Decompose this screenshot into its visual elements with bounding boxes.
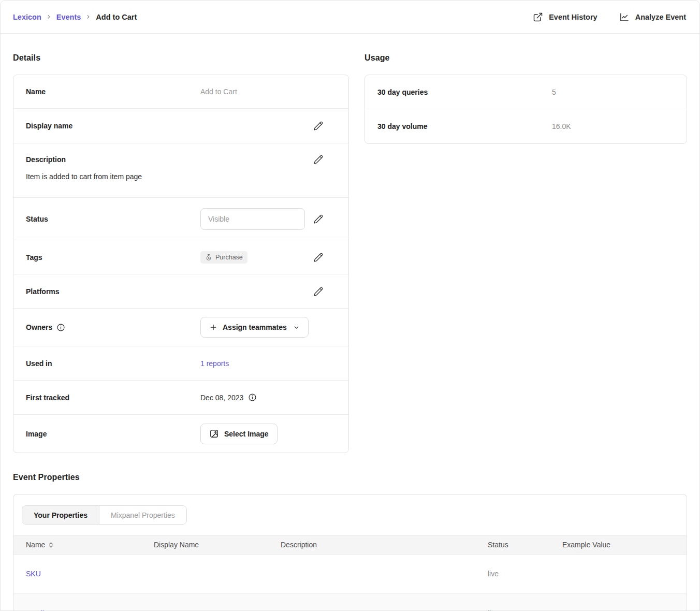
event-properties-section: Event Properties Your Properties Mixpane…	[13, 473, 687, 611]
edit-display-name-button[interactable]	[312, 120, 325, 132]
select-image-button[interactable]: Select Image	[200, 424, 278, 444]
name-label: Name	[26, 88, 200, 96]
property-status: live	[488, 609, 562, 611]
sort-icon	[49, 542, 53, 548]
edit-tags-button[interactable]	[312, 251, 325, 264]
property-row-sku[interactable]: SKU live	[13, 555, 687, 593]
property-status: live	[488, 570, 562, 578]
queries-label: 30 day queries	[377, 88, 552, 96]
queries-value: 5	[552, 88, 556, 96]
event-properties-card: Your Properties Mixpanel Properties Name…	[13, 494, 687, 611]
top-bar: Lexicon Events Add to Cart Event History	[1, 1, 699, 34]
owners-label: Owners	[26, 323, 52, 331]
select-image-label: Select Image	[224, 430, 269, 438]
name-value: Add to Cart	[200, 88, 237, 96]
used-in-reports-link[interactable]: 1 reports	[200, 359, 229, 368]
page-content: Details Name Add to Cart Display name	[1, 34, 699, 611]
chevron-right-icon	[46, 14, 52, 20]
details-section: Details Name Add to Cart Display name	[13, 34, 349, 453]
property-link[interactable]: Scroll %	[26, 609, 52, 611]
plus-icon	[209, 323, 217, 331]
tag-purchase[interactable]: $ Purchase	[200, 251, 247, 264]
breadcrumb-current-event: Add to Cart	[96, 13, 137, 21]
platforms-label: Platforms	[26, 287, 200, 296]
first-tracked-label: First tracked	[26, 394, 200, 402]
info-icon[interactable]	[56, 323, 65, 332]
usage-card: 30 day queries 5 30 day volume 16.0K	[364, 75, 687, 144]
detail-row-tags: Tags $ Purchase	[13, 240, 348, 274]
money-bag-icon: $	[205, 254, 212, 261]
event-history-label: Event History	[549, 13, 597, 21]
breadcrumb: Lexicon Events Add to Cart	[13, 13, 137, 21]
status-select[interactable]: Visible	[200, 208, 305, 230]
property-row-scroll-pct[interactable]: Scroll % live	[13, 593, 687, 611]
details-title: Details	[13, 53, 349, 63]
volume-label: 30 day volume	[377, 122, 552, 130]
edit-description-button[interactable]	[312, 153, 325, 166]
topbar-actions: Event History Analyze Event	[533, 12, 686, 22]
status-value: Visible	[208, 215, 229, 223]
display-name-label: Display name	[26, 122, 200, 130]
usage-section: Usage 30 day queries 5 30 day volume 16.…	[364, 34, 687, 144]
assign-teammates-button[interactable]: Assign teammates	[200, 317, 309, 338]
detail-row-status: Status Visible	[13, 198, 348, 240]
column-header-status: Status	[488, 541, 562, 549]
edit-status-button[interactable]	[312, 213, 325, 225]
tags-label: Tags	[26, 253, 200, 261]
status-label: Status	[26, 215, 200, 223]
pencil-icon	[313, 252, 324, 263]
breadcrumb-lexicon[interactable]: Lexicon	[13, 13, 41, 21]
edit-platforms-button[interactable]	[312, 285, 325, 298]
usage-title: Usage	[364, 53, 687, 63]
chevron-right-icon	[85, 14, 91, 20]
property-link[interactable]: SKU	[26, 570, 41, 578]
tab-your-properties[interactable]: Your Properties	[22, 506, 99, 524]
detail-row-display-name: Display name	[13, 109, 348, 143]
description-value: Item is added to cart from item page	[26, 172, 325, 181]
event-history-button[interactable]: Event History	[533, 12, 597, 22]
name-column-label: Name	[26, 541, 45, 549]
analyze-event-button[interactable]: Analyze Event	[619, 12, 686, 22]
column-header-description: Description	[281, 541, 488, 549]
event-properties-title: Event Properties	[13, 473, 687, 482]
detail-row-name: Name Add to Cart	[13, 75, 348, 109]
volume-value: 16.0K	[552, 122, 571, 130]
detail-row-platforms: Platforms	[13, 274, 348, 309]
usage-row-queries: 30 day queries 5	[365, 75, 687, 109]
image-icon	[209, 429, 219, 439]
first-tracked-value: Dec 08, 2023	[200, 394, 243, 402]
line-chart-icon	[619, 12, 630, 22]
detail-row-owners: Owners Assign teammates	[13, 309, 348, 346]
tab-mixpanel-properties[interactable]: Mixpanel Properties	[99, 506, 186, 524]
tag-label: Purchase	[215, 254, 243, 261]
lexicon-event-detail-page: Lexicon Events Add to Cart Event History	[0, 0, 700, 611]
image-label: Image	[26, 430, 200, 438]
column-header-example-value: Example Value	[562, 541, 687, 549]
column-header-name[interactable]: Name	[26, 541, 154, 549]
details-card: Name Add to Cart Display name	[13, 75, 349, 453]
pencil-icon	[313, 121, 324, 131]
assign-teammates-label: Assign teammates	[223, 323, 287, 331]
analyze-event-label: Analyze Event	[635, 13, 686, 21]
description-label: Description	[26, 155, 200, 164]
svg-text:$: $	[208, 256, 210, 259]
detail-row-used-in: Used in 1 reports	[13, 346, 348, 381]
breadcrumb-events[interactable]: Events	[56, 13, 81, 21]
detail-row-description: Description Item is added to cart from i…	[13, 143, 348, 198]
external-link-icon	[533, 12, 543, 22]
usage-row-volume: 30 day volume 16.0K	[365, 109, 687, 143]
pencil-icon	[313, 286, 324, 297]
used-in-label: Used in	[26, 359, 200, 368]
properties-table-header: Name Display Name Description Status Exa…	[13, 535, 687, 555]
properties-tabs: Your Properties Mixpanel Properties	[13, 494, 687, 535]
pencil-icon	[313, 214, 324, 224]
info-icon[interactable]	[248, 393, 257, 402]
detail-row-first-tracked: First tracked Dec 08, 2023	[13, 381, 348, 415]
detail-row-image: Image Select Image	[13, 415, 348, 453]
column-header-display-name: Display Name	[154, 541, 281, 549]
chevron-down-icon	[293, 324, 300, 331]
pencil-icon	[313, 154, 324, 165]
